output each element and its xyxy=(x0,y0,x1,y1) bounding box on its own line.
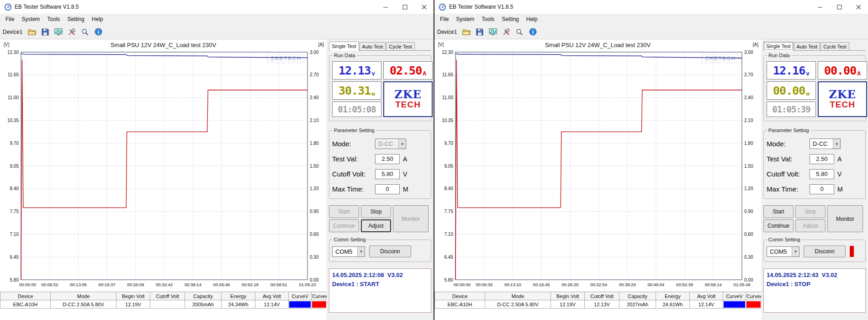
adjust-button[interactable]: Adjust xyxy=(361,219,391,232)
svg-text:7.10: 7.10 xyxy=(10,232,19,237)
info-icon[interactable] xyxy=(92,26,104,38)
start-button[interactable]: Start xyxy=(329,205,359,218)
minimize-icon[interactable] xyxy=(376,0,395,14)
waveform-monitor-icon[interactable] xyxy=(487,26,499,38)
menu-setting[interactable]: Setting xyxy=(498,15,522,24)
svg-text:00:46:04: 00:46:04 xyxy=(647,282,664,287)
tab-single-test[interactable]: Single Test xyxy=(329,42,359,51)
max-time-label: Max Time: xyxy=(332,185,375,193)
svg-text:00:52:18: 00:52:18 xyxy=(242,282,259,287)
svg-text:00:32:42: 00:32:42 xyxy=(156,282,173,287)
tab-single-test[interactable]: Single Test xyxy=(763,42,794,51)
table-row[interactable]: EBC-A10H D-CC 2.50A 5.80V 12.19V 2005mAh… xyxy=(0,300,327,309)
svg-text:00:26:20: 00:26:20 xyxy=(561,282,578,287)
disconnect-button[interactable]: Disconn xyxy=(804,245,846,257)
menu-help[interactable]: Help xyxy=(88,15,107,24)
open-file-icon[interactable] xyxy=(460,26,472,38)
start-button[interactable]: Start xyxy=(763,205,794,218)
adjust-button[interactable]: Adjust xyxy=(795,219,826,232)
cutoff-volt-unit: V xyxy=(403,171,407,178)
waveform-monitor-icon[interactable] xyxy=(53,26,64,38)
stop-button[interactable]: Stop xyxy=(361,205,391,218)
save-icon[interactable] xyxy=(474,26,486,38)
menu-file[interactable]: File xyxy=(436,15,452,24)
zoom-icon[interactable] xyxy=(79,26,91,38)
maximize-icon[interactable] xyxy=(395,0,414,14)
max-time-input[interactable]: 0 xyxy=(810,184,834,194)
voltage-display: 12.16 v xyxy=(767,61,816,80)
tab-cycle-test[interactable]: Cycle Test xyxy=(386,42,415,50)
disconnect-button[interactable]: Disconn xyxy=(369,245,411,257)
col-capacity: Capacity xyxy=(619,292,656,300)
cutoff-volt-input[interactable]: 5.80 xyxy=(375,169,400,179)
status-datetime: 14.05.2025 2:12:43 xyxy=(767,272,818,278)
zoom-icon[interactable] xyxy=(513,26,525,38)
cutoff-volt-input[interactable]: 5.80 xyxy=(810,169,834,179)
svg-text:0.60: 0.60 xyxy=(310,232,319,237)
main-content: Small PSU 12V 24W_C_Load test 230V [V] [… xyxy=(0,39,434,320)
menu-file[interactable]: File xyxy=(2,15,18,24)
info-icon[interactable] xyxy=(527,26,539,38)
tools-icon[interactable] xyxy=(500,26,512,38)
test-val-input[interactable]: 2.50 xyxy=(810,154,834,164)
test-val-input[interactable]: 2.50 xyxy=(375,154,400,164)
close-icon[interactable] xyxy=(849,0,868,14)
maximize-icon[interactable] xyxy=(830,0,849,14)
open-file-icon[interactable] xyxy=(26,26,38,38)
current-value: 00.00 xyxy=(824,64,856,77)
col-mode: Mode xyxy=(51,292,116,300)
chart-area: Small PSU 12V 24W_C_Load test 230V [V] [… xyxy=(0,39,327,292)
mode-select[interactable]: D-CC ▾ xyxy=(810,139,841,149)
continue-button[interactable]: Continue xyxy=(329,219,359,232)
status-log: 14.05.2025 2:12:43 V3.02 Device1 : STOP xyxy=(763,268,866,313)
svg-text:8.40: 8.40 xyxy=(445,186,454,191)
close-icon[interactable] xyxy=(414,0,434,14)
menu-system[interactable]: System xyxy=(452,15,478,24)
menu-system[interactable]: System xyxy=(18,15,43,24)
menu-setting[interactable]: Setting xyxy=(64,15,88,24)
run-data-legend: Run Data xyxy=(767,53,791,58)
max-time-input[interactable]: 0 xyxy=(375,184,400,194)
svg-text:1.50: 1.50 xyxy=(744,164,753,169)
mode-value: D-CC xyxy=(813,140,828,147)
menu-tools[interactable]: Tools xyxy=(43,15,64,24)
save-icon[interactable] xyxy=(39,26,51,38)
comm-setting-group: Comm Setting COM5 ▾ Disconn xyxy=(763,240,866,262)
comm-setting-legend: Comm Setting xyxy=(333,237,367,242)
tab-auto-test[interactable]: Auto Test xyxy=(794,42,820,50)
menubar: File System Tools Setting Help xyxy=(0,14,434,25)
continue-button[interactable]: Continue xyxy=(763,219,794,232)
tools-icon[interactable] xyxy=(66,26,78,38)
comm-status-indicator xyxy=(850,246,854,257)
mode-select[interactable]: D-CC ▾ xyxy=(375,139,406,149)
voltage-value: 12.16 xyxy=(773,64,805,77)
tab-auto-test[interactable]: Auto Test xyxy=(360,42,386,50)
window-title: EB Tester Software V1.8.5 xyxy=(449,4,810,10)
com-port-select[interactable]: COM5 ▾ xyxy=(332,246,365,257)
com-port-select[interactable]: COM5 ▾ xyxy=(767,246,799,257)
svg-text:1.80: 1.80 xyxy=(744,141,753,146)
cell-mode: D-CC 2.50A 5.80V xyxy=(51,300,116,309)
power-display: 30.31 w xyxy=(332,81,381,100)
window-controls xyxy=(810,0,868,14)
monitor-button[interactable]: Monitor xyxy=(827,205,863,232)
monitor-button[interactable]: Monitor xyxy=(393,205,429,232)
test-val-unit: A xyxy=(837,155,842,163)
menu-help[interactable]: Help xyxy=(523,15,541,24)
col-mode: Mode xyxy=(485,292,551,300)
svg-text:0.30: 0.30 xyxy=(744,255,753,260)
svg-text:5.80: 5.80 xyxy=(10,277,19,283)
svg-text:11.65: 11.65 xyxy=(8,72,19,77)
run-data-group: Run Data 12.13 v 02.50 A 30.31 w xyxy=(329,55,431,121)
tab-cycle-test[interactable]: Cycle Test xyxy=(820,42,849,50)
svg-text:0.00: 0.00 xyxy=(310,277,319,283)
window-title: EB Tester Software V1.8.5 xyxy=(15,4,376,10)
chevron-down-icon: ▾ xyxy=(357,247,365,256)
table-row[interactable]: EBC-A10H D-CC 2.50A 5.80V 12.19V 12.13V … xyxy=(435,300,762,309)
minimize-icon[interactable] xyxy=(810,0,830,14)
stop-button[interactable]: Stop xyxy=(795,205,826,218)
current-unit: A xyxy=(857,70,861,79)
menu-tools[interactable]: Tools xyxy=(478,15,498,24)
cell-cutoff-volt xyxy=(150,300,185,309)
svg-text:01:05:49: 01:05:49 xyxy=(734,282,751,287)
